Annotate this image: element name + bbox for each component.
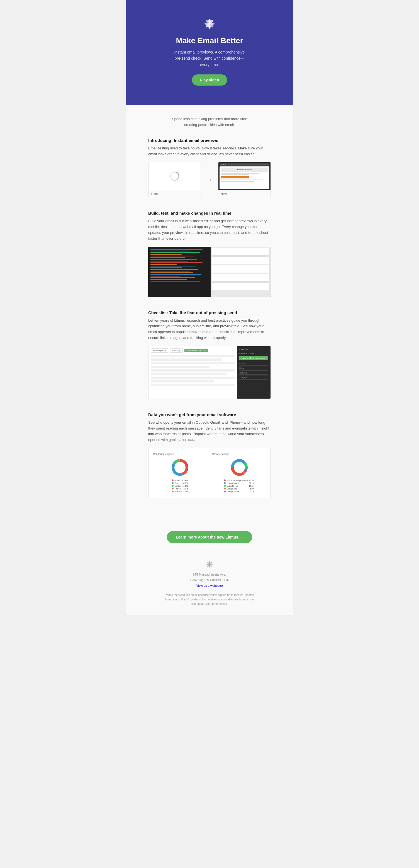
view-as-webpage-link[interactable]: View as a webpage <box>196 584 223 587</box>
legend-item-email-family: The Email Image Family 76.3% <box>224 479 254 482</box>
code-line <box>151 254 182 255</box>
legend-pct: 2.5% <box>184 491 188 493</box>
legend-item-firefox: Firefox 3.8% <box>172 488 188 490</box>
email-line <box>221 181 254 182</box>
play-video-button[interactable]: Play video <box>192 74 227 86</box>
footer-address: 675 Massachusetts Ave. Cambridge, MA 021… <box>131 572 288 588</box>
email-title: September Newsletter <box>237 169 252 170</box>
hero-title: Make Email Better <box>131 36 288 45</box>
svg-point-21 <box>235 463 244 472</box>
section1-heading: Introducing: Instant email previews <box>148 138 271 143</box>
start-checklist-button[interactable]: Start a new checklist <box>185 349 208 352</box>
legend-dot <box>224 488 226 490</box>
code-line <box>151 277 195 278</box>
legend-item-firefox-browser: Using Firefox 14.6% <box>224 485 254 487</box>
legend-label: Gmail <box>175 479 180 482</box>
legend-label: Using Explorer <box>227 491 239 493</box>
preview-panel <box>211 247 271 297</box>
checklist-row <box>151 359 222 361</box>
email-cta <box>221 176 249 178</box>
now-label: Now <box>218 190 270 197</box>
checklist-left-panel: Share options Add tags Start a new check… <box>149 346 237 399</box>
checklist-divider <box>239 365 268 366</box>
loading-spinner-icon <box>169 170 180 182</box>
legend-pct: 43.8% <box>183 479 188 482</box>
svg-point-30 <box>209 564 210 565</box>
legend-label: Using Firefox <box>227 485 238 487</box>
then-item: Then <box>148 162 201 197</box>
legend-dot <box>172 485 173 487</box>
footer-logo <box>205 560 214 569</box>
checklist-mockup: Share options Add tags Start a new check… <box>148 346 271 399</box>
url-bar <box>228 164 268 165</box>
section-checklist: Checklist: Take the fear out of pressing… <box>148 310 271 399</box>
code-line <box>151 260 188 261</box>
section4-heading: Data you won't get from your email softw… <box>148 412 271 417</box>
code-line <box>151 257 185 258</box>
dot-yellow <box>223 164 224 165</box>
code-line <box>151 279 187 280</box>
intro-text: Spend less time fixing problems and more… <box>165 116 254 128</box>
legend-label: Using Chrome <box>227 482 239 484</box>
legend-dot <box>172 488 173 490</box>
cta-section: Learn more about the new Litmus → <box>126 523 293 552</box>
browser-usage-title: Browser usage <box>212 453 266 456</box>
section-instant-previews: Introducing: Instant email previews Emai… <box>148 138 271 198</box>
learn-more-button[interactable]: Learn more about the new Litmus → <box>167 531 252 543</box>
code-line <box>151 259 197 260</box>
main-content: Spend less time fixing problems and more… <box>126 105 293 523</box>
checklist-content-label: Content <box>239 362 268 364</box>
legend-dot <box>224 479 226 481</box>
donut-chart-2 <box>230 458 249 477</box>
code-line <box>151 264 176 265</box>
code-line <box>151 266 196 267</box>
hero-section: Make Email Better Instant email previews… <box>126 0 293 105</box>
checklist-tracking-label: Tracking <box>239 372 268 374</box>
code-editor <box>148 247 211 297</box>
section-real-time: Build, test, and make changes in real ti… <box>148 211 271 297</box>
then-box <box>149 162 201 190</box>
now-item: September Newsletter <box>218 162 271 197</box>
checklist-links-label: Links <box>239 367 268 369</box>
browser-legend: The Email Image Family 76.3% Using Chrom… <box>224 479 254 493</box>
section2-heading: Build, test, and make changes in real ti… <box>148 211 271 215</box>
then-label: Then <box>149 190 201 197</box>
legend-label: Firefox <box>175 488 181 490</box>
donut-chart-1 <box>170 458 190 477</box>
then-now-comparison: Then → <box>148 162 271 197</box>
now-box: September Newsletter <box>218 162 270 190</box>
checklist-right-panel: Proofread First Impressions Approve Firs… <box>237 346 270 399</box>
section3-body: Let ten years of Litmus research and bes… <box>148 318 271 341</box>
legend-pct: 11.3% <box>183 485 188 487</box>
address-line1: 675 Massachusetts Ave. <box>131 572 288 578</box>
preview-card <box>212 274 270 282</box>
code-line <box>151 281 200 282</box>
checklist-row <box>151 369 234 372</box>
legend-item-sparrow: Sparrow 2.5% <box>172 491 188 493</box>
email-line <box>221 173 259 174</box>
email-preview-content: September Newsletter <box>220 166 269 189</box>
svg-point-15 <box>176 463 184 472</box>
add-tags-button[interactable]: Add tags <box>170 348 183 352</box>
browser-usage-chart: Browser usage <box>212 453 266 493</box>
legend-label: Other <box>175 482 180 484</box>
section4-body: See who opens your email in Outlook, Gma… <box>148 420 271 443</box>
browser-donut: The Email Image Family 76.3% Using Chrom… <box>212 458 266 493</box>
checklist-row <box>151 355 234 357</box>
code-line <box>151 252 200 253</box>
email-line <box>221 174 249 175</box>
footer: 675 Massachusetts Ave. Cambridge, MA 021… <box>126 552 293 615</box>
legend-dot <box>224 482 226 484</box>
legend-pct: 14.6% <box>249 485 254 487</box>
checklist-row <box>151 366 210 368</box>
legend-item-gmail: Gmail 43.8% <box>172 479 188 482</box>
share-options-button[interactable]: Share options <box>151 348 168 352</box>
code-line <box>151 256 194 256</box>
legend-dot <box>172 491 173 492</box>
checklist-proofread-label: Proofread <box>239 348 268 350</box>
preview-card <box>212 256 270 264</box>
approve-button[interactable]: Approve First Impressions <box>239 356 268 360</box>
section2-body: Build your email in our web-based editor… <box>148 218 271 241</box>
code-line <box>151 267 182 268</box>
code-line <box>151 262 202 263</box>
